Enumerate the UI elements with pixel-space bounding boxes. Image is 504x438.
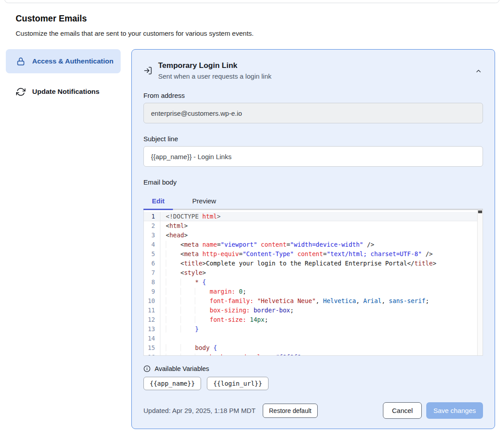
tab-edit[interactable]: Edit [143, 193, 173, 209]
code-line: 9 margin: 0; [144, 287, 483, 296]
available-variables-label: Available Variables [155, 365, 209, 372]
code-line: 16 background-color: #f9f9f9; [144, 353, 483, 356]
sidebar: Access & Authentication Update Notificat… [6, 49, 121, 100]
line-number: 3 [144, 231, 160, 240]
lock-icon [16, 57, 25, 66]
editor-scrollbar[interactable] [477, 210, 483, 355]
cancel-button[interactable]: Cancel [383, 402, 422, 419]
restore-default-button[interactable]: Restore default [263, 404, 318, 418]
code-line: 15 body { [144, 343, 483, 353]
code-line: 13 } [144, 324, 483, 334]
email-body-tabs: Edit Preview [143, 193, 483, 210]
sidebar-item-access-authentication[interactable]: Access & Authentication [6, 49, 121, 73]
previous-card-edge [4, 0, 500, 3]
line-number: 7 [144, 268, 160, 278]
line-number: 4 [144, 240, 160, 249]
collapse-section-button[interactable] [475, 67, 482, 76]
code-line: 10 font-family: "Helvetica Neue", Helvet… [144, 296, 483, 306]
code-line: 14 [144, 334, 483, 343]
line-number: 8 [144, 278, 160, 287]
login-icon [143, 66, 152, 80]
code-editor-lines: 1<!DOCTYPE html>2<html>3<head>4 <meta na… [144, 212, 483, 356]
from-address-label: From address [143, 92, 483, 99]
code-line: 3<head> [144, 231, 483, 240]
line-number: 2 [144, 221, 160, 231]
updated-timestamp: Updated: Apr 29, 2025, 1:18 PM MDT [143, 407, 256, 414]
variable-chip-app-name[interactable]: {{app_name}} [143, 377, 201, 390]
code-line: 7 <style> [144, 268, 483, 278]
line-number: 14 [144, 334, 160, 343]
line-number: 9 [144, 287, 160, 296]
line-number: 5 [144, 249, 160, 259]
email-body-label: Email body [143, 178, 483, 186]
line-number: 15 [144, 343, 160, 353]
available-variables-row: Available Variables [143, 365, 483, 372]
variable-chips: {{app_name}} {{login_url}} [143, 377, 483, 390]
line-number: 11 [144, 306, 160, 315]
email-settings-panel: Temporary Login Link Sent when a user re… [131, 49, 495, 429]
sidebar-item-label: Update Notifications [32, 86, 100, 97]
save-changes-button[interactable]: Save changes [426, 402, 483, 419]
from-address-input[interactable] [143, 103, 483, 123]
code-line: 1<!DOCTYPE html> [144, 212, 483, 221]
panel-title: Temporary Login Link [158, 61, 271, 70]
scrollbar-thumb[interactable] [478, 211, 482, 213]
panel-header-text: Temporary Login Link Sent when a user re… [158, 61, 271, 80]
code-line: 8 * { [144, 278, 483, 287]
sidebar-item-update-notifications[interactable]: Update Notifications [6, 83, 121, 100]
subject-line-input[interactable] [143, 146, 483, 167]
line-number: 6 [144, 259, 160, 268]
info-icon [143, 365, 151, 372]
page-subtitle: Customize the emails that are sent to yo… [16, 29, 254, 37]
code-line: 2<html> [144, 221, 483, 231]
panel-header: Temporary Login Link Sent when a user re… [143, 61, 483, 80]
sidebar-item-label: Access & Authentication [32, 56, 113, 67]
line-number: 16 [144, 353, 160, 356]
line-number: 12 [144, 315, 160, 324]
line-number: 13 [144, 324, 160, 334]
code-line: 6 <title>Complete your login to the Repl… [144, 259, 483, 268]
tab-preview[interactable]: Preview [184, 193, 224, 209]
refresh-icon [16, 87, 25, 97]
code-line: 11 box-sizing: border-box; [144, 306, 483, 315]
code-editor[interactable]: 1<!DOCTYPE html>2<html>3<head>4 <meta na… [143, 210, 483, 356]
subject-line-label: Subject line [143, 135, 483, 143]
line-number: 10 [144, 296, 160, 306]
code-line: 5 <meta http-equiv="Content-Type" conten… [144, 249, 483, 259]
panel-subtitle: Sent when a user requests a login link [158, 72, 271, 80]
code-line: 4 <meta name="viewport" content="width=d… [144, 240, 483, 249]
page-title: Customer Emails [16, 13, 87, 24]
code-line: 12 font-size: 14px; [144, 315, 483, 324]
line-number: 1 [144, 212, 160, 221]
chevron-up-icon [475, 67, 482, 76]
variable-chip-login-url[interactable]: {{login_url}} [207, 377, 269, 390]
panel-footer: Updated: Apr 29, 2025, 1:18 PM MDT Resto… [143, 402, 483, 419]
